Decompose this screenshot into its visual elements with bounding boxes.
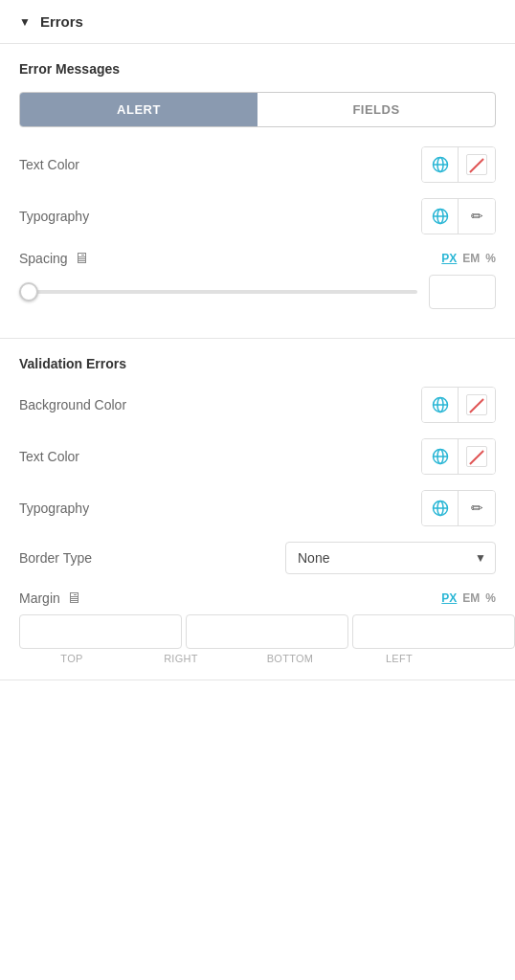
spacing-monitor-icon[interactable]: 🖥 bbox=[74, 250, 89, 267]
typography-edit-btn[interactable]: ✏ bbox=[459, 199, 495, 234]
spacing-unit-percent[interactable]: % bbox=[485, 252, 496, 265]
globe-icon bbox=[432, 156, 449, 173]
spacing-slider-container bbox=[19, 275, 496, 309]
spacing-unit-px[interactable]: PX bbox=[441, 252, 457, 265]
spacing-label-group: Spacing 🖥 bbox=[19, 250, 89, 267]
bg-color-swatch-diagonal bbox=[466, 394, 487, 415]
tab-fields[interactable]: FIELDS bbox=[258, 93, 495, 126]
panel-title: Errors bbox=[40, 13, 83, 30]
typography-label: Typography bbox=[19, 209, 89, 224]
border-type-label: Border Type bbox=[19, 550, 92, 566]
globe-icon-typography bbox=[432, 208, 449, 225]
val-text-color-controls bbox=[421, 438, 496, 475]
margin-unit-px[interactable]: PX bbox=[441, 591, 457, 605]
val-text-color-swatch bbox=[466, 446, 487, 467]
spacing-unit-labels: PX EM % bbox=[441, 252, 496, 265]
alert-fields-tab-switcher[interactable]: ALERT FIELDS bbox=[19, 92, 496, 127]
margin-right-label: RIGHT bbox=[128, 653, 234, 664]
margin-label-row: Margin 🖥 PX EM % bbox=[19, 590, 496, 607]
error-messages-title: Error Messages bbox=[19, 61, 496, 77]
bg-color-label: Background Color bbox=[19, 397, 126, 412]
margin-row: Margin 🖥 PX EM % 🔗 TOP RIGHT BOTTOM LEFT bbox=[19, 590, 496, 664]
bg-color-row: Background Color bbox=[19, 387, 496, 423]
val-text-color-global-btn[interactable] bbox=[422, 439, 459, 474]
spacing-unit-em[interactable]: EM bbox=[462, 252, 480, 265]
globe-icon-bg bbox=[432, 396, 449, 413]
margin-label: Margin bbox=[19, 590, 60, 606]
margin-unit-em[interactable]: EM bbox=[462, 591, 480, 605]
margin-box-labels: TOP RIGHT BOTTOM LEFT bbox=[19, 653, 496, 664]
tab-alert[interactable]: ALERT bbox=[20, 93, 258, 126]
globe-icon-val-typo bbox=[432, 500, 449, 517]
val-typography-label: Typography bbox=[19, 501, 89, 516]
typography-row: Typography ✏ bbox=[19, 198, 496, 234]
spacing-value-input[interactable] bbox=[429, 275, 496, 309]
val-text-color-row: Text Color bbox=[19, 438, 496, 475]
panel-header: ▼ Errors bbox=[0, 0, 515, 44]
text-color-row: Text Color bbox=[19, 146, 496, 183]
pencil-icon: ✏ bbox=[471, 208, 483, 225]
val-typography-global-btn[interactable] bbox=[422, 491, 459, 525]
bg-color-swatch-btn[interactable] bbox=[459, 388, 495, 422]
color-swatch-diagonal bbox=[466, 154, 487, 175]
text-color-label: Text Color bbox=[19, 157, 79, 172]
spacing-slider[interactable] bbox=[19, 290, 417, 294]
validation-errors-title: Validation Errors bbox=[19, 356, 496, 371]
val-typography-row: Typography ✏ bbox=[19, 490, 496, 526]
collapse-arrow[interactable]: ▼ bbox=[19, 15, 31, 29]
border-type-select[interactable]: None Solid Dashed Dotted Double bbox=[285, 542, 496, 574]
margin-unit-percent[interactable]: % bbox=[485, 591, 496, 605]
error-messages-section: Error Messages ALERT FIELDS Text Color T… bbox=[0, 44, 515, 339]
pencil-icon-val: ✏ bbox=[471, 500, 483, 517]
spacing-label: Spacing bbox=[19, 251, 68, 266]
bg-color-controls bbox=[421, 387, 496, 423]
margin-unit-labels: PX EM % bbox=[441, 591, 496, 605]
text-color-swatch-btn[interactable] bbox=[459, 147, 495, 182]
margin-left-label: LEFT bbox=[347, 653, 452, 664]
val-text-color-label: Text Color bbox=[19, 449, 79, 464]
margin-top-label: TOP bbox=[19, 653, 124, 664]
val-text-color-swatch-btn[interactable] bbox=[459, 439, 495, 474]
margin-bottom-input[interactable] bbox=[352, 614, 515, 649]
border-type-dropdown-wrapper: None Solid Dashed Dotted Double ▼ bbox=[285, 542, 496, 574]
margin-label-group: Margin 🖥 bbox=[19, 590, 81, 607]
typography-global-btn[interactable] bbox=[422, 199, 459, 234]
bg-color-global-btn[interactable] bbox=[422, 388, 459, 422]
margin-inputs-row: 🔗 bbox=[19, 614, 496, 649]
text-color-controls bbox=[421, 146, 496, 183]
globe-icon-val-text bbox=[432, 448, 449, 465]
margin-top-input[interactable] bbox=[19, 614, 182, 649]
margin-right-input[interactable] bbox=[186, 614, 348, 649]
margin-bottom-label: BOTTOM bbox=[237, 653, 343, 664]
validation-errors-section: Validation Errors Background Color Text … bbox=[0, 339, 515, 680]
spacing-label-row: Spacing 🖥 PX EM % bbox=[19, 250, 496, 267]
typography-controls: ✏ bbox=[421, 198, 496, 234]
border-type-row: Border Type None Solid Dashed Dotted Dou… bbox=[19, 542, 496, 574]
val-typography-edit-btn[interactable]: ✏ bbox=[459, 491, 495, 525]
val-typography-controls: ✏ bbox=[421, 490, 496, 526]
text-color-global-btn[interactable] bbox=[422, 147, 459, 182]
margin-monitor-icon[interactable]: 🖥 bbox=[66, 590, 81, 607]
